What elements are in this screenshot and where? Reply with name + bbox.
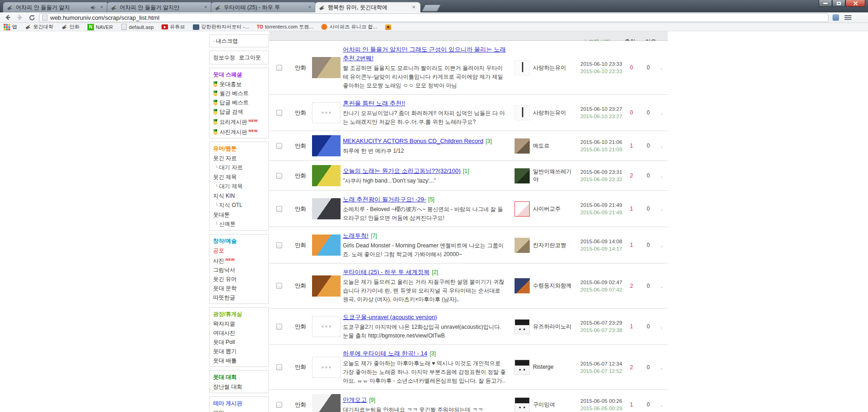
row-checkbox[interactable] (276, 283, 282, 289)
sidebar-item[interactable]: 사진게시판NEW (213, 126, 265, 137)
sidebar-item[interactable]: 웃대 뽑기 (213, 347, 265, 356)
sidebar-item[interactable]: 웃긴 유머 (213, 275, 265, 284)
row-checkbox[interactable] (276, 173, 282, 179)
author-name[interactable]: Risterge (533, 363, 576, 371)
sidebar-item[interactable]: └지식 OTL (213, 200, 265, 210)
post-title-link[interactable]: 노래투척! (343, 232, 369, 239)
new-tab-button[interactable] (422, 5, 441, 11)
post-title-link[interactable]: 노래 추천왕이 될거라구요! -29- (343, 196, 426, 203)
sidebar-item[interactable]: └대기 자료 (213, 163, 265, 172)
chrome-menu-button[interactable] (843, 13, 852, 22)
bookmark-item[interactable]: NNAVER (87, 24, 113, 30)
forward-button[interactable] (15, 13, 24, 22)
author-name[interactable]: 유즈하라이노리 (533, 323, 576, 331)
bookmark-item[interactable]: TOtorrenters.com 토렌... (257, 23, 313, 30)
post-date: 2015-06-10 23:27 (580, 105, 622, 113)
logout-link[interactable]: 로그아웃 (239, 52, 261, 63)
sidebar-item[interactable]: 여대사진 (213, 328, 265, 338)
tab-close-icon[interactable]: × (203, 4, 209, 11)
sidebar-item-my-scrap[interactable]: 내스크랩 (213, 36, 265, 46)
kagamine-mirror-art-thumb (312, 275, 341, 297)
row-checkbox[interactable] (276, 65, 282, 71)
author-name[interactable]: 사랑하는유이 (533, 109, 576, 117)
sidebar-item[interactable]: 웃대 Poll (213, 338, 265, 347)
bookmark-item[interactable]: 강한판하자서포터 -... (193, 23, 249, 30)
post-title-link[interactable]: 어차피 안 들을거 알지만 그래도 근성이 있으니까 올리는 노래추천 2번째! (343, 46, 506, 62)
post-title-link[interactable]: 우타이테 (25) - 하우 투 세계정복 (343, 269, 430, 275)
post-title-link[interactable]: 하루에 우타이테 노래 한곡! - 14 (343, 350, 427, 357)
browser-tab[interactable]: 우타이테 (25) - 하우 투× (211, 2, 317, 12)
post-summary: 소레치루 - Beloved ~櫻の彼方へ~ 봉신연의 - 바람의 나그네 잘 … (343, 205, 506, 223)
sidebar-item[interactable]: 게임 (213, 408, 265, 412)
bookmark-item[interactable]: 웃긴대학 (25, 23, 53, 30)
minimize-button[interactable] (819, 0, 832, 7)
row-checkbox[interactable] (276, 206, 282, 212)
address-bar[interactable]: web.humoruniv.com/scrap/scrap_list.html (39, 13, 828, 22)
tab-close-icon[interactable]: × (307, 4, 313, 11)
post-title-link[interactable]: 만게오고 (343, 396, 367, 403)
table-header: 스크랩시간 추천 읽음 (269, 31, 668, 41)
sidebar-item[interactable]: 따뜻한글 (213, 293, 265, 302)
row-checkbox[interactable] (276, 324, 282, 330)
thumbnail-cell (312, 198, 343, 219)
sidebar-item[interactable]: 지식 KIN (213, 191, 265, 200)
sidebar-section: 웃대 대회장난썰 대회 (209, 370, 269, 393)
post-title-link[interactable]: 도쿄구울-unravel (acoustic version) (343, 314, 437, 320)
post-title-link[interactable]: 혼란을 틈탄 노래 추천!! (343, 100, 405, 107)
author-name[interactable]: 사랑하는유이 (533, 64, 576, 72)
sidebar-item[interactable]: 월간 베스트 (213, 89, 265, 98)
bookmark-item[interactable]: 사이퍼즈 유니크 합... (321, 23, 377, 30)
maximize-button[interactable] (832, 0, 845, 7)
author-name[interactable]: 칸자키란코쨩 (533, 241, 576, 249)
row-checkbox[interactable] (276, 143, 282, 149)
browser-tab[interactable]: 행복한 유머, 웃긴대학에× (315, 2, 421, 12)
sidebar-item[interactable]: 답글 베스트 (213, 98, 265, 107)
post-summary: 오늘도 제가 좋아하는 마후마후노래 ♥ 역시나 이것도 개인적으로 가장 좋아… (343, 359, 506, 385)
sidebar-item[interactable]: 웃대 문학 (213, 284, 265, 293)
back-button[interactable] (3, 13, 12, 22)
bookmark-item[interactable]: 앱 (4, 23, 17, 30)
author-name[interactable]: 사이버교주 (533, 205, 576, 213)
bookmark-item[interactable]: default.asp (121, 24, 154, 30)
bookmark-item[interactable]: 유튜브 (162, 23, 185, 30)
sidebar-item[interactable]: 공포 (213, 246, 265, 255)
sidebar-item[interactable]: 답글 검색 (213, 107, 265, 116)
reply-count: [3] (429, 350, 435, 357)
sidebar-item[interactable]: 웃대 배틀 (213, 356, 265, 365)
author-name[interactable]: 수령동지와함께 (533, 282, 576, 290)
reload-button[interactable] (27, 13, 36, 22)
sidebar-item[interactable]: 요리게시판NEW (213, 116, 265, 126)
edit-info-link[interactable]: 정보수정 (213, 52, 235, 63)
post-title-link[interactable]: 오늘의 노래는 뭔가요 소라고동님??(32/100) (343, 167, 461, 174)
post-title-link[interactable]: MEKAKUCITY ACTORS Bonus CD_Children Reco… (343, 137, 483, 144)
sidebar-item[interactable]: 웃긴 제목 (213, 172, 265, 182)
browser-tab[interactable]: 어차피 안 들을거 알지만× (107, 2, 213, 12)
row-checkbox[interactable] (276, 402, 282, 408)
sidebar-item[interactable]: 그림낙서 (213, 265, 265, 275)
sidebar-item[interactable]: └신예툰 (213, 219, 265, 229)
author-name[interactable]: 구미잉여 (533, 401, 576, 409)
row-checkbox[interactable] (276, 364, 282, 370)
close-window-button[interactable] (845, 0, 865, 7)
browser-tab[interactable]: 어차피 안 들을거 알지× (3, 2, 109, 12)
sidebar-item[interactable]: └대기 제목 (213, 182, 265, 191)
row-checkbox[interactable] (276, 110, 282, 116)
author-name[interactable]: 메도르 (533, 142, 576, 150)
sidebar-item-label: 웃긴 제목 (213, 174, 237, 180)
sidebar-item[interactable]: 사진NEW (213, 255, 265, 265)
tab-close-icon[interactable]: × (411, 4, 417, 11)
sidebar-item[interactable]: 왁자지껄 (213, 319, 265, 328)
tab-close-icon[interactable]: × (98, 4, 105, 11)
row-action-dot: . (656, 401, 667, 408)
sidebar-item[interactable]: 웃긴 자료 (213, 154, 265, 163)
bookmark-item[interactable] (385, 24, 391, 30)
sidebar-item[interactable]: 웃대홍보 (213, 80, 265, 89)
sidebar-item-label: 대기 제목 (219, 183, 243, 189)
sidebar-item[interactable]: 웃대툰 (213, 210, 265, 219)
sidebar-item[interactable]: 장난썰 대회 (213, 382, 265, 391)
row-checkbox[interactable] (276, 242, 282, 248)
extension-button[interactable] (831, 13, 840, 22)
window-controls (819, 0, 865, 7)
bookmark-item[interactable]: 만화 (61, 23, 80, 30)
author-name[interactable]: 일반이왜쓰레기야 (533, 168, 576, 183)
